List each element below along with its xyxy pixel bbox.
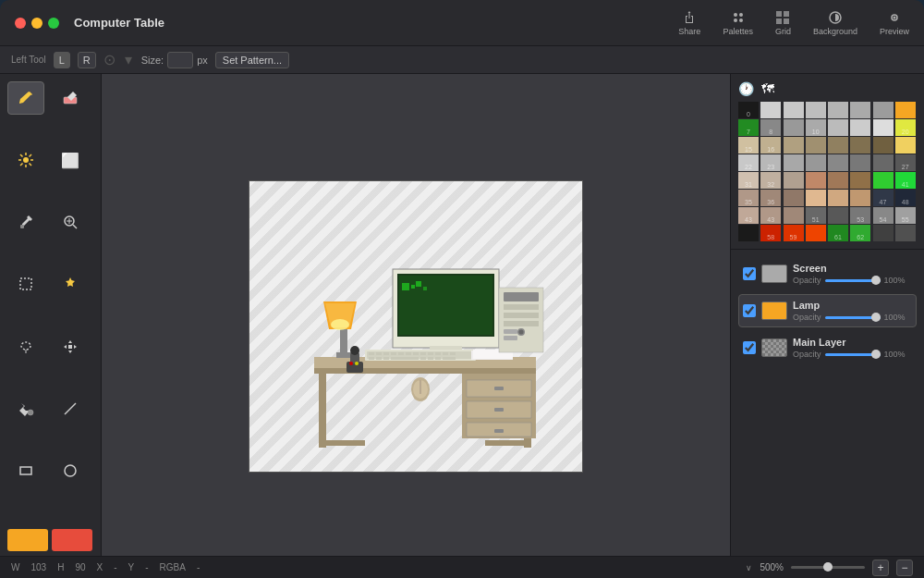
palette-color-16[interactable]: 15 (738, 137, 759, 154)
layer-visibility-lamp[interactable] (743, 304, 756, 317)
palette-color-21[interactable] (850, 137, 870, 154)
magnify-tool[interactable] (52, 205, 89, 239)
palette-color-43[interactable] (806, 190, 826, 206)
palette-color-52[interactable] (828, 207, 848, 224)
palette-color-51[interactable]: 51 (806, 207, 826, 224)
palette-color-29[interactable] (850, 154, 870, 171)
lighten-tool[interactable] (7, 143, 44, 177)
palette-color-15[interactable]: 20 (895, 119, 916, 136)
palette-color-44[interactable] (828, 190, 848, 206)
palette-color-19[interactable] (806, 137, 826, 154)
palette-color-61[interactable]: 62 (850, 225, 870, 241)
share-button[interactable]: Share (678, 10, 700, 36)
palette-color-31[interactable]: 27 (895, 154, 916, 171)
palette-tab[interactable]: 🗺 (761, 81, 774, 96)
eyedropper-tool[interactable] (7, 205, 44, 239)
set-pattern-button[interactable]: Set Pattern... (215, 52, 289, 68)
palette-color-23[interactable] (895, 137, 916, 154)
palette-color-26[interactable] (784, 154, 804, 171)
palette-color-47[interactable]: 48 (895, 190, 916, 206)
wand-tool[interactable] (52, 267, 89, 301)
palette-color-1[interactable] (760, 102, 781, 118)
palette-color-35[interactable] (806, 172, 826, 189)
palette-color-12[interactable] (828, 119, 848, 136)
palette-color-25[interactable]: 23 (760, 154, 781, 171)
layer-item-main[interactable]: Main LayerOpacity100% (738, 331, 917, 364)
palette-color-20[interactable] (828, 137, 848, 154)
palette-color-53[interactable]: 53 (850, 207, 870, 224)
secondary-color-swatch[interactable] (52, 529, 92, 551)
marquee-tool[interactable] (7, 267, 44, 301)
size-input[interactable]: 1 (167, 52, 193, 68)
palette-color-55[interactable]: 55 (895, 207, 916, 224)
palette-color-32[interactable]: 31 (738, 172, 759, 189)
palette-color-30[interactable] (873, 154, 894, 171)
move-tool[interactable] (52, 330, 89, 363)
preview-button[interactable]: Preview (880, 10, 909, 36)
palette-color-5[interactable] (850, 102, 870, 118)
eraser-tool[interactable] (52, 81, 89, 115)
palette-color-18[interactable] (784, 137, 804, 154)
palette-color-56[interactable] (738, 225, 759, 241)
palette-color-0[interactable]: 0 (738, 102, 759, 118)
fill-tool[interactable] (7, 392, 44, 425)
btn-r[interactable]: R (78, 52, 96, 68)
palette-color-50[interactable] (784, 207, 804, 224)
palette-color-49[interactable]: 43 (760, 207, 781, 224)
lasso-tool[interactable] (7, 330, 44, 363)
history-tab[interactable]: 🕐 (738, 81, 754, 96)
minimize-button[interactable] (31, 18, 43, 29)
palette-color-58[interactable]: 59 (784, 225, 804, 241)
palette-color-57[interactable]: 58 (760, 225, 781, 241)
palette-color-7[interactable] (895, 102, 916, 118)
palette-color-41[interactable]: 36 (760, 190, 781, 206)
palette-color-46[interactable]: 47 (873, 190, 894, 206)
palette-color-8[interactable]: 7 (738, 119, 759, 136)
layer-item-screen[interactable]: ScreenOpacity100% (738, 257, 917, 290)
line-tool[interactable] (52, 392, 89, 425)
palette-color-39[interactable]: 41 (895, 172, 916, 189)
layer-opacity-slider-main[interactable] (825, 353, 881, 356)
palette-color-10[interactable] (784, 119, 804, 136)
palette-color-45[interactable] (850, 190, 870, 206)
palette-color-34[interactable] (784, 172, 804, 189)
palette-color-62[interactable] (873, 225, 894, 241)
palette-color-48[interactable]: 43 (738, 207, 759, 224)
palette-color-2[interactable] (784, 102, 804, 118)
palette-color-60[interactable]: 61 (828, 225, 848, 241)
layer-opacity-slider-lamp[interactable] (825, 316, 881, 319)
palette-color-17[interactable]: 16 (760, 137, 781, 154)
palette-color-42[interactable] (784, 190, 804, 206)
palette-color-63[interactable] (895, 225, 916, 241)
background-button[interactable]: Background (813, 10, 857, 36)
palette-color-40[interactable]: 35 (738, 190, 759, 206)
layer-visibility-screen[interactable] (743, 267, 756, 280)
rect-tool[interactable] (7, 454, 44, 487)
zoom-minus-button[interactable]: − (896, 560, 913, 576)
palette-color-33[interactable]: 32 (760, 172, 781, 189)
palette-color-14[interactable] (873, 119, 894, 136)
palette-color-22[interactable] (873, 137, 894, 154)
palette-color-3[interactable] (806, 102, 826, 118)
palette-color-54[interactable]: 54 (873, 207, 894, 224)
palette-color-11[interactable]: 10 (806, 119, 826, 136)
palette-color-37[interactable] (850, 172, 870, 189)
canvas-area[interactable] (102, 74, 730, 578)
palette-color-24[interactable]: 22 (738, 154, 759, 171)
grid-button[interactable]: Grid (775, 10, 791, 36)
palette-color-59[interactable] (806, 225, 826, 241)
palettes-button[interactable]: Palettes (723, 10, 753, 36)
palette-color-38[interactable] (873, 172, 894, 189)
layer-opacity-slider-screen[interactable] (825, 279, 881, 282)
pencil-tool[interactable] (7, 81, 44, 115)
palette-color-4[interactable] (828, 102, 848, 118)
palette-color-27[interactable] (806, 154, 826, 171)
palette-color-9[interactable]: 8 (760, 119, 781, 136)
fullscreen-button[interactable] (48, 18, 59, 29)
layer-item-lamp[interactable]: LampOpacity100% (738, 294, 917, 327)
text-tool[interactable]: ⬜ (52, 143, 89, 177)
zoom-slider[interactable] (791, 566, 865, 569)
palette-color-13[interactable] (850, 119, 870, 136)
btn-l[interactable]: L (54, 52, 70, 68)
primary-color-swatch[interactable] (7, 529, 48, 551)
